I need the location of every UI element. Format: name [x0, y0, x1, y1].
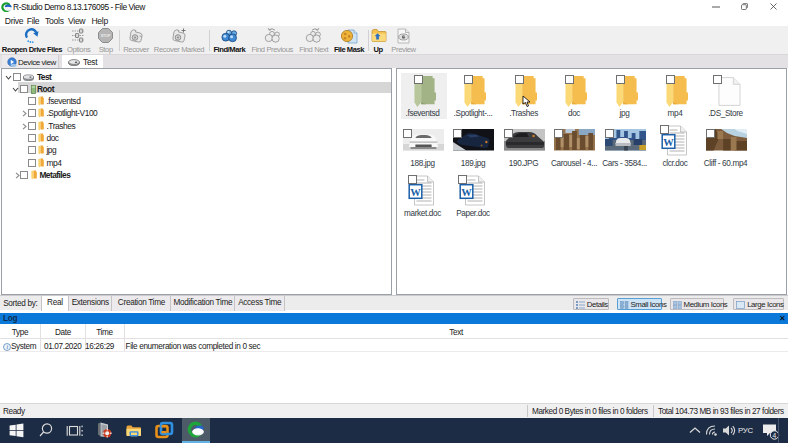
svg-text:STOP: STOP	[101, 34, 111, 38]
svg-text:W: W	[410, 187, 421, 198]
svg-text:W: W	[461, 187, 472, 198]
svg-text:W: W	[663, 137, 674, 148]
svg-text:4: 4	[773, 432, 777, 439]
